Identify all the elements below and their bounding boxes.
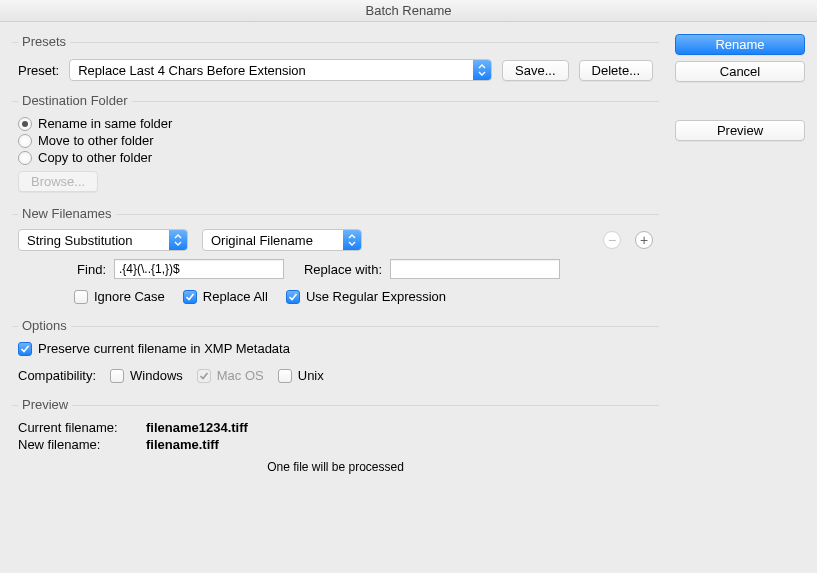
replace-input[interactable]: [390, 259, 560, 279]
new-filename-value: filename.tiff: [146, 437, 219, 452]
save-preset-button[interactable]: Save...: [502, 60, 568, 81]
preview-button[interactable]: Preview: [675, 120, 805, 141]
checkbox-icon: [110, 369, 124, 383]
find-input[interactable]: [114, 259, 284, 279]
checkbox-icon: [74, 290, 88, 304]
chevrons-icon: [343, 230, 361, 250]
source-value: Original Filename: [203, 233, 343, 248]
checkbox-label: Unix: [298, 368, 324, 383]
checkbox-label: Windows: [130, 368, 183, 383]
destination-legend: Destination Folder: [18, 93, 132, 108]
checkbox-icon: [18, 342, 32, 356]
new-filename-label: New filename:: [18, 437, 138, 452]
compat-unix-checkbox[interactable]: Unix: [278, 368, 324, 383]
checkbox-label: Ignore Case: [94, 289, 165, 304]
checkbox-label: Preserve current filename in XMP Metadat…: [38, 341, 290, 356]
dest-option-same[interactable]: Rename in same folder: [18, 116, 653, 131]
preset-label: Preset:: [18, 63, 59, 78]
presets-group: Presets Preset: Replace Last 4 Chars Bef…: [12, 42, 659, 87]
destination-group: Destination Folder Rename in same folder…: [12, 101, 659, 200]
remove-component-button[interactable]: −: [603, 231, 621, 249]
delete-preset-button[interactable]: Delete...: [579, 60, 653, 81]
add-component-button[interactable]: +: [635, 231, 653, 249]
find-label: Find:: [66, 262, 106, 277]
rename-button[interactable]: Rename: [675, 34, 805, 55]
component-type-select[interactable]: String Substitution: [18, 229, 188, 251]
preset-select[interactable]: Replace Last 4 Chars Before Extension: [69, 59, 492, 81]
radio-icon: [18, 151, 32, 165]
chevrons-icon: [169, 230, 187, 250]
browse-button: Browse...: [18, 171, 98, 192]
cancel-button[interactable]: Cancel: [675, 61, 805, 82]
replace-label: Replace with:: [292, 262, 382, 277]
dest-option-label: Rename in same folder: [38, 116, 172, 131]
checkbox-label: Use Regular Expression: [306, 289, 446, 304]
options-legend: Options: [18, 318, 71, 333]
checkbox-icon: [197, 369, 211, 383]
current-filename-label: Current filename:: [18, 420, 138, 435]
checkbox-icon: [183, 290, 197, 304]
use-regex-checkbox[interactable]: Use Regular Expression: [286, 289, 446, 304]
checkbox-label: Replace All: [203, 289, 268, 304]
radio-icon: [18, 134, 32, 148]
ignore-case-checkbox[interactable]: Ignore Case: [74, 289, 165, 304]
preset-select-value: Replace Last 4 Chars Before Extension: [70, 63, 473, 78]
checkbox-icon: [278, 369, 292, 383]
chevrons-icon: [473, 60, 491, 80]
new-filenames-group: New Filenames String Substitution Origin…: [12, 214, 659, 312]
preserve-xmp-checkbox[interactable]: Preserve current filename in XMP Metadat…: [18, 341, 653, 356]
preview-legend: Preview: [18, 397, 72, 412]
preview-group: Preview Current filename: filename1234.t…: [12, 405, 659, 480]
compat-windows-checkbox[interactable]: Windows: [110, 368, 183, 383]
presets-legend: Presets: [18, 34, 70, 49]
window-title: Batch Rename: [0, 0, 817, 22]
preview-footer: One file will be processed: [18, 460, 653, 474]
compat-macos-checkbox: Mac OS: [197, 368, 264, 383]
checkbox-icon: [286, 290, 300, 304]
new-filenames-legend: New Filenames: [18, 206, 116, 221]
dest-option-label: Copy to other folder: [38, 150, 152, 165]
component-type-value: String Substitution: [19, 233, 169, 248]
replace-all-checkbox[interactable]: Replace All: [183, 289, 268, 304]
checkbox-label: Mac OS: [217, 368, 264, 383]
source-select[interactable]: Original Filename: [202, 229, 362, 251]
dest-option-copy[interactable]: Copy to other folder: [18, 150, 653, 165]
radio-icon: [18, 117, 32, 131]
dest-option-label: Move to other folder: [38, 133, 154, 148]
options-group: Options Preserve current filename in XMP…: [12, 326, 659, 391]
dest-option-move[interactable]: Move to other folder: [18, 133, 653, 148]
current-filename-value: filename1234.tiff: [146, 420, 248, 435]
compatibility-label: Compatibility:: [18, 368, 96, 383]
